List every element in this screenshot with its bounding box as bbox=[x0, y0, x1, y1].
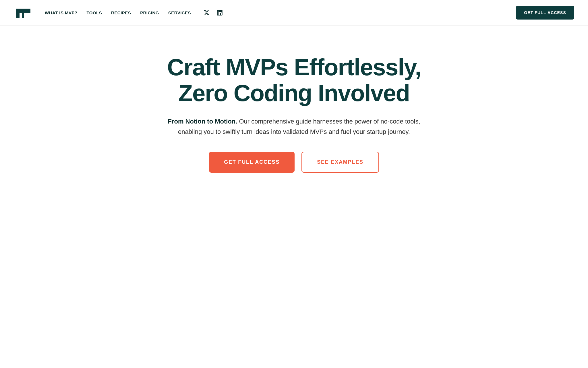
nav-what-is-mvp[interactable]: WHAT IS MVP? bbox=[45, 10, 77, 15]
hero-title-line1: Craft MVPs Effortlessly, bbox=[167, 54, 421, 80]
nav-links: WHAT IS MVP? TOOLS RECIPES PRICING SERVI… bbox=[45, 9, 516, 17]
hero-see-examples-button[interactable]: SEE EXAMPLES bbox=[301, 152, 379, 173]
navbar: WHAT IS MVP? TOOLS RECIPES PRICING SERVI… bbox=[0, 0, 588, 26]
hero-buttons: GET FULL ACCESS SEE EXAMPLES bbox=[209, 152, 379, 173]
hero-section: Craft MVPs Effortlessly, Zero Coding Inv… bbox=[93, 26, 495, 196]
hero-title-line2: Zero Coding Involved bbox=[178, 80, 409, 106]
hero-subtitle: From Notion to Motion. Our comprehensive… bbox=[168, 116, 420, 136]
nav-cta-area: GET FULL ACCESS bbox=[516, 6, 574, 20]
logo[interactable] bbox=[14, 5, 34, 20]
hero-subtitle-bold: From Notion to Motion. bbox=[168, 118, 237, 125]
nav-services[interactable]: SERVICES bbox=[168, 10, 191, 15]
hero-title: Craft MVPs Effortlessly, Zero Coding Inv… bbox=[167, 54, 421, 106]
nav-tools[interactable]: TOOLS bbox=[86, 10, 102, 15]
linkedin-icon[interactable] bbox=[216, 9, 224, 17]
nav-recipes[interactable]: RECIPES bbox=[111, 10, 131, 15]
nav-get-full-access-button[interactable]: GET FULL ACCESS bbox=[516, 6, 574, 20]
nav-pricing[interactable]: PRICING bbox=[140, 10, 159, 15]
twitter-x-icon[interactable] bbox=[202, 9, 210, 17]
hero-get-full-access-button[interactable]: GET FULL ACCESS bbox=[209, 152, 295, 173]
nav-social bbox=[202, 9, 224, 17]
